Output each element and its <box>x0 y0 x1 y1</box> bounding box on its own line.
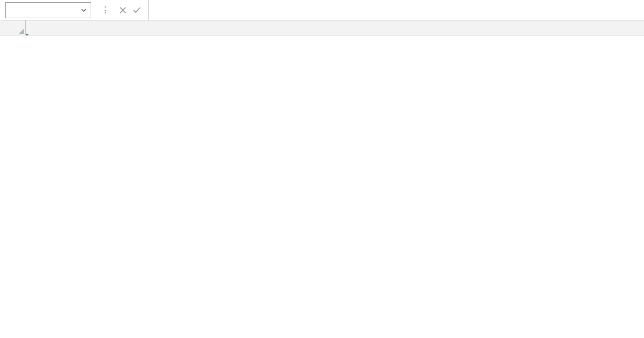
spreadsheet <box>0 20 644 35</box>
cancel-formula-button[interactable] <box>116 3 130 17</box>
grid-area <box>26 20 644 35</box>
select-all-corner[interactable] <box>0 20 25 35</box>
chevron-down-icon <box>81 5 86 15</box>
check-icon <box>133 6 141 14</box>
formula-bar-separator: ⋮ <box>94 5 116 15</box>
x-icon <box>119 6 127 14</box>
column-headers <box>26 20 644 35</box>
accept-formula-button[interactable] <box>130 3 144 17</box>
name-box[interactable] <box>5 2 91 18</box>
row-headers <box>0 20 26 35</box>
formula-input[interactable] <box>148 0 644 20</box>
formula-bar: ⋮ <box>0 0 644 20</box>
